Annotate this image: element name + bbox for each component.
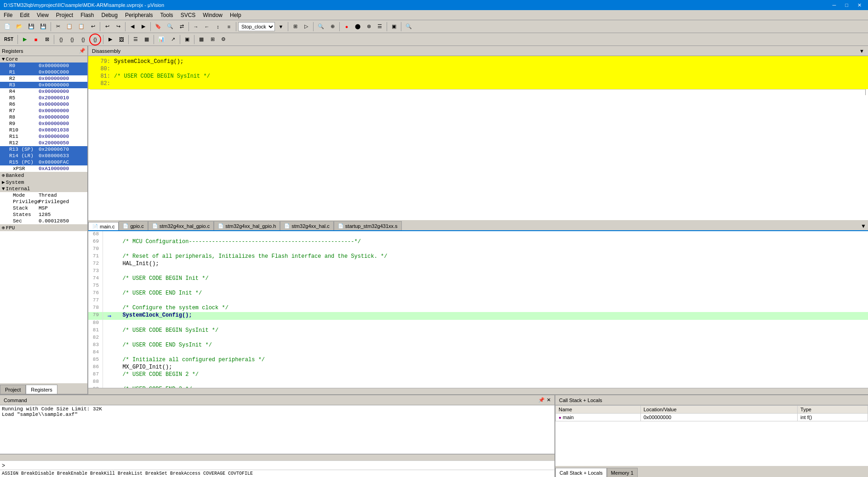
find-button[interactable]: 🔍 [165,22,176,32]
menu-window[interactable]: Window [199,11,226,19]
trace-btn[interactable]: ↗ [168,34,178,45]
debug-run-button[interactable]: ● [342,22,352,32]
debug-stop-button[interactable]: ⬤ [353,22,363,32]
reg-row-r9[interactable]: R9 0x00000000 [0,120,87,127]
reg-row-r4[interactable]: R4 0x00000000 [0,88,87,95]
core-section-header[interactable]: ▼ Core [0,56,87,62]
tab-startup-s[interactable]: 📄 startup_stm32g431xx.s [334,221,402,230]
more-button[interactable]: ▷ [301,22,311,32]
menu-peripherals[interactable]: Peripherals [121,11,157,19]
reg-sec[interactable]: Sec 0.00012850 [0,218,87,224]
reg-row-r5[interactable]: R5 0x20000010 [0,95,87,101]
command-input[interactable] [7,463,553,468]
tab-hal-gpio-c[interactable]: 📄 stm32g4xx_hal_gpio.c [148,221,214,230]
call-tab-memory1[interactable]: Memory 1 [607,468,638,477]
menu-svcs[interactable]: SVCS [177,11,200,19]
zoom-button[interactable]: 🔍 [315,22,326,32]
run-button[interactable]: ▶ [20,34,30,45]
menu-tools[interactable]: Tools [157,11,177,19]
maximize-button[interactable]: □ [842,1,851,9]
indent-button[interactable]: → [191,22,201,32]
reg-row-r1[interactable]: R1 0x0000C000 [0,69,87,75]
bookmark-button[interactable]: 🔖 [153,22,164,32]
load-button[interactable]: ⊞ [290,22,300,32]
outdent-button[interactable]: ← [202,22,212,32]
editor-scrollbar-h[interactable] [88,388,868,394]
extra-btn3[interactable]: ⚙ [218,34,228,45]
debug-start-btn[interactable]: ▶ [105,34,115,45]
menu-help[interactable]: Help [226,11,245,19]
menu-view[interactable]: View [33,11,52,19]
menu-edit[interactable]: Edit [16,11,33,19]
perf-btn[interactable]: 📊 [156,34,167,45]
replace-button[interactable]: ⇄ [177,22,187,32]
debug-more-button[interactable]: ☰ [375,22,385,32]
internal-section-header[interactable]: ▼ Internal [0,186,87,192]
reg-privilege[interactable]: Privilege Privileged [0,199,87,205]
open-button[interactable]: 📂 [14,22,25,32]
reg-row-r13[interactable]: R13 (SP) 0x20000670 [0,146,87,153]
editor-content[interactable]: 68 69 /* MCU Configuration--------------… [88,231,868,388]
braces2-btn[interactable]: {} [67,34,77,45]
menu-project[interactable]: Project [52,11,77,19]
braces3-btn[interactable]: {} [78,34,88,45]
fpu-section-header[interactable]: ⊕ FPU [0,224,87,231]
minimize-button[interactable]: ─ [830,1,839,9]
save-all-button[interactable]: 💾 [38,22,49,32]
tab-gpio-c[interactable]: 📄 gpio.c [119,221,148,230]
debug-break-button[interactable]: ⊗ [364,22,374,32]
debug-img-btn[interactable]: 🖼 [116,34,126,45]
undo2-button[interactable]: ↩ [102,22,112,32]
tab-main-c[interactable]: 📄 main.c [88,222,119,231]
cs-row-main[interactable]: ● main 0x00000000 int f() [556,414,868,421]
copy-button[interactable]: 📋 [64,22,75,32]
close-button[interactable]: ✕ [855,1,864,9]
rst-button[interactable]: RST [2,34,16,45]
reg-row-r15[interactable]: R15 (PC) 0x08000FAC [0,159,87,165]
menu-file[interactable]: File [0,11,16,19]
registers-pin-icon[interactable]: 📌 [79,48,86,54]
nav-back-button[interactable]: ◀ [127,22,137,32]
redo-button[interactable]: ↪ [113,22,123,32]
reg-row-r14[interactable]: R14 (LR) 0x08000633 [0,153,87,159]
dropdown-btn[interactable]: ▼ [276,22,286,32]
command-output[interactable]: Running with Code Size Limit: 32K Load "… [0,405,554,454]
tab-registers[interactable]: Registers [26,385,57,394]
reg-row-r12[interactable]: R12 0x20000050 [0,140,87,146]
zoom2-button[interactable]: ⊕ [327,22,337,32]
tab-hal-gpio-h[interactable]: 📄 stm32g4xx_hal_gpio.h [214,221,280,230]
reg-row-r11[interactable]: R11 0x00000000 [0,133,87,140]
reg-row-r0[interactable]: R0 0x00000000 [0,62,87,69]
search2-button[interactable]: 🔍 [403,22,414,32]
target-dropdown[interactable]: Stop_clock [238,22,275,31]
nav-forward-button[interactable]: ▶ [138,22,148,32]
undo-button[interactable]: ↩ [88,22,98,32]
call-tab-locals[interactable]: Call Stack + Locals [555,468,607,477]
watch-btn[interactable]: ☰ [131,34,141,45]
braces1-btn[interactable]: {} [56,34,66,45]
command-pin-icon[interactable]: 📌 [538,397,545,403]
system-section-header[interactable]: ▶ System [0,179,87,186]
reg-mode[interactable]: Mode Thread [0,192,87,199]
extra-btn2[interactable]: ⊞ [207,34,217,45]
stop2-btn[interactable]: ⊠ [42,34,52,45]
reg-row-r8[interactable]: R8 0x00000000 [0,114,87,120]
reg-states[interactable]: States 1285 [0,211,87,218]
cmd-scrollbar-area[interactable] [0,454,554,460]
disassembly-content[interactable]: 79: SystemClock_Config(); 80: 81: /* USE… [88,56,868,89]
reg-row-r2[interactable]: R2 0x00000000 [0,75,87,82]
toggle-button[interactable]: ↕ [213,22,223,32]
reg-row-r10[interactable]: R10 0x08001038 [0,127,87,133]
cut-button[interactable]: ✂ [53,22,63,32]
registers-content[interactable]: ▼ Core R0 0x00000000 R1 0x0000C000 R2 0x… [0,56,87,383]
tabs-scroll-right[interactable]: ▼ [859,222,868,230]
reg-row-xpsr[interactable]: xPSR 0xA1000000 [0,165,87,172]
reg-row-r6[interactable]: R6 0x00000000 [0,101,87,108]
command-close-icon[interactable]: ✕ [547,397,551,403]
paste-button[interactable]: 📋 [76,22,87,32]
output-button[interactable]: ▣ [389,22,399,32]
mem-btn[interactable]: ▦ [142,34,152,45]
reg-row-r7[interactable]: R7 0x00000000 [0,108,87,114]
banked-section-header[interactable]: ⊕ Banked [0,172,87,179]
braces4-btn[interactable]: {} [89,34,101,45]
